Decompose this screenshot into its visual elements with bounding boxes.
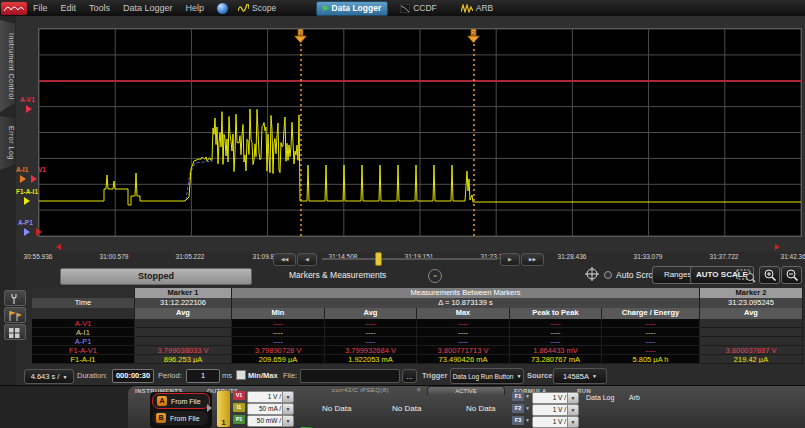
f1-scale-dropdown[interactable]: ▼ [567, 392, 579, 404]
cell-min: ---- [232, 319, 325, 328]
duration-field[interactable]: 000:00:30 [112, 369, 154, 383]
cell-m1 [135, 328, 232, 337]
f1-chevron-icon[interactable]: ▼ [525, 393, 530, 399]
menu-file[interactable]: File [33, 3, 48, 13]
trace-label-f1-a-v1[interactable]: V1 [38, 166, 46, 173]
period-field[interactable]: 1 [186, 369, 220, 383]
arb-waveform-icon [461, 4, 473, 13]
row-label[interactable]: A-I1 [32, 328, 135, 337]
scroll-rewind-button[interactable]: ◀◀ [273, 253, 296, 266]
bottom-panel: INSTRUMENTS OUTPUTS curr42/C iPSEQ(8) ✕ … [0, 385, 805, 428]
row-label[interactable]: A-P1 [32, 337, 135, 346]
sidebar-tab-error-log[interactable]: Error Log [0, 116, 15, 170]
datalog-file-tab[interactable]: curr42/C iPSEQ(8) [332, 387, 389, 393]
cell-avg: ---- [325, 319, 417, 328]
cell-charge: ---- [602, 319, 700, 328]
app-tab-ccdf[interactable]: CCDF [400, 3, 437, 13]
panel-collapse-button[interactable]: ⌄ [428, 269, 442, 283]
chevron-down-icon: ▼ [592, 373, 597, 379]
auto-scroll-icon[interactable] [603, 270, 613, 280]
file-browse-button[interactable]: ... [402, 369, 417, 383]
f2-scale-dropdown[interactable]: ▼ [567, 404, 579, 416]
x-tick-0: 30:55.936 [8, 253, 68, 260]
i1-scale-dropdown[interactable]: ▼ [282, 403, 294, 415]
table-view-button[interactable] [4, 324, 26, 340]
channel1-bar[interactable]: 1 [217, 391, 230, 427]
zoom-out-button[interactable] [781, 266, 802, 284]
menu-edit[interactable]: Edit [61, 3, 77, 13]
instrument-b-button[interactable]: B From File [152, 411, 208, 425]
x-tick-10: 31:42.365 [765, 253, 805, 260]
file-field[interactable] [300, 369, 400, 383]
marker1-arrow[interactable]: 1 [293, 29, 308, 44]
zoom-out-icon [785, 268, 799, 282]
f1-scale-field[interactable]: 1 V / [532, 392, 569, 404]
p1-scale-field[interactable]: 50 mW / [247, 415, 284, 427]
row-label[interactable]: F1-A-V1 [32, 346, 135, 355]
scroll-next-button[interactable]: ▶ [500, 253, 520, 266]
p1-chip: P1 [233, 415, 245, 424]
timebase-dropdown[interactable]: 4.643 s /▼ [24, 369, 74, 384]
minmax-checkbox[interactable] [236, 370, 246, 380]
timeline-thumb[interactable] [375, 252, 382, 266]
v1-scale-field[interactable]: 1 V / [247, 391, 284, 403]
cell-p2p: ---- [510, 328, 602, 337]
f1-a-v1-pointer-icon [31, 175, 37, 183]
app-tab-data-logger[interactable]: ▶ Data Logger [316, 1, 388, 16]
app-tab-arb[interactable]: ARB [461, 3, 493, 13]
scroll-ffwd-button[interactable]: ▶▶ [521, 253, 544, 266]
row-label[interactable]: F1-A-I1 [32, 355, 135, 364]
f2-chevron-icon[interactable]: ▼ [525, 405, 530, 411]
duration-label: Duration: [77, 371, 107, 380]
sidebar-tab-instrument-control[interactable]: Instrument Control [0, 20, 15, 112]
trigger-label: Trigger [422, 371, 447, 380]
menu-tools[interactable]: Tools [89, 3, 110, 13]
measurements-table: Marker 1 Measurements Between Markers Ma… [32, 288, 803, 364]
auto-scroll-label[interactable]: Auto Scroll [616, 270, 657, 280]
f3-chevron-icon[interactable]: ▼ [525, 417, 530, 423]
zoom-in-button[interactable] [759, 266, 780, 284]
app-tab-scope[interactable]: Scope [238, 3, 276, 13]
trigger-dropdown[interactable]: Data Log Run Button▼ [450, 368, 524, 384]
i1-scale-field[interactable]: 50 mA / [247, 403, 284, 415]
markers-button[interactable] [4, 307, 26, 323]
menu-help[interactable]: Help [186, 3, 205, 13]
trace-label-a-v1[interactable]: A-V1 [20, 96, 35, 103]
trace-label-a-p1[interactable]: A-P1 [18, 219, 33, 226]
v1-scale-dropdown[interactable]: ▼ [282, 391, 294, 403]
delta-time: Δ = 10.873139 s [232, 298, 700, 308]
f3-scale-dropdown[interactable]: ▼ [567, 416, 579, 428]
close-icon[interactable]: ✕ [416, 386, 421, 394]
trace-label-f1-a-i1[interactable]: F1-A-I1 [16, 188, 38, 195]
timeline-track[interactable] [322, 258, 497, 260]
cell-p2p: 1.864433 mV [510, 346, 602, 355]
a-i1-pointer-icon [20, 175, 26, 183]
marker2-header[interactable]: Marker 2 [700, 288, 803, 298]
cell-m2 [700, 337, 803, 346]
marker2-arrow[interactable]: 2 [466, 29, 481, 44]
menu-data-logger[interactable]: Data Logger [123, 3, 173, 13]
cursor-target-icon[interactable] [585, 267, 599, 281]
marker2-stat-label: Avg [700, 308, 803, 319]
source-dropdown[interactable]: 14585A▼ [553, 368, 607, 384]
a-p1-pointer-icon [24, 228, 30, 236]
p1-scale-dropdown[interactable]: ▼ [282, 415, 294, 427]
measurement-setup-button[interactable] [4, 290, 26, 306]
instrument-a-button[interactable]: A From File [152, 393, 210, 409]
cell-m2 [700, 328, 803, 337]
acquisition-state-button[interactable]: Stopped [60, 268, 252, 285]
info-icon[interactable] [217, 3, 228, 14]
trace-label-a-i1[interactable]: A-I1 [16, 166, 28, 173]
f2-scale-field[interactable]: 1 V / [532, 404, 569, 416]
play-icon: ▶ [323, 4, 328, 12]
row-label[interactable]: A-V1 [32, 319, 135, 328]
expand-arrow-icon[interactable] [207, 404, 212, 412]
waveform-plot[interactable] [38, 28, 802, 237]
marker1-header[interactable]: Marker 1 [135, 288, 232, 298]
f3-scale-field[interactable]: 1 V / [532, 416, 569, 428]
scroll-prev-button[interactable]: ◀ [297, 253, 317, 266]
zoom-box-icon[interactable] [735, 266, 757, 283]
period-label: Period: [158, 371, 182, 380]
cell-min: ---- [232, 328, 325, 337]
active-tab[interactable]: ACTIVE [427, 386, 505, 395]
